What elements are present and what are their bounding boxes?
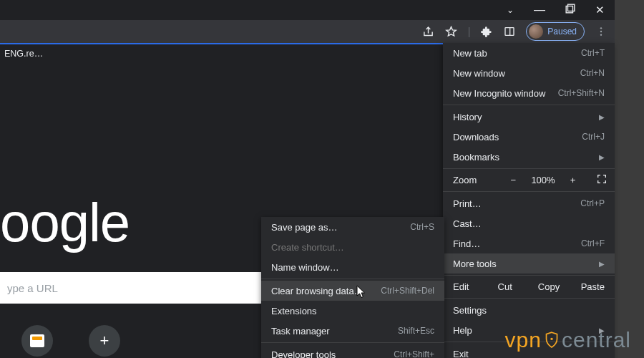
svg-point-4 bbox=[600, 27, 602, 29]
submenu-save-page[interactable]: Save page as…Ctrl+S bbox=[261, 217, 444, 237]
toolbar: | Paused bbox=[0, 20, 615, 44]
menu-new-window[interactable]: New windowCtrl+N bbox=[443, 63, 615, 83]
submenu-name-window[interactable]: Name window… bbox=[261, 257, 444, 277]
more-tools-submenu: Save page as…Ctrl+S Create shortcut… Nam… bbox=[261, 217, 444, 358]
chrome-window: ⌄ — ✕ | Paused bbox=[0, 0, 615, 358]
menu-edit-row: Edit Cut Copy Paste bbox=[443, 277, 615, 296]
window-controls-bar: ⌄ — ✕ bbox=[0, 0, 615, 20]
maximize-button[interactable] bbox=[565, 4, 575, 16]
edit-paste[interactable]: Paste bbox=[571, 277, 615, 296]
profile-badge[interactable]: Paused bbox=[526, 22, 585, 41]
submenu-create-shortcut: Create shortcut… bbox=[261, 237, 444, 257]
close-button[interactable]: ✕ bbox=[595, 4, 605, 16]
chevron-right-icon: ▶ bbox=[599, 153, 605, 161]
menu-print[interactable]: Print…Ctrl+P bbox=[443, 193, 615, 213]
submenu-task-manager[interactable]: Task managerShift+Esc bbox=[261, 321, 444, 341]
star-icon[interactable] bbox=[445, 25, 458, 38]
menu-find[interactable]: Find…Ctrl+F bbox=[443, 233, 615, 253]
zoom-out-button[interactable]: − bbox=[507, 175, 519, 185]
main-menu: New tabCtrl+T New windowCtrl+N New Incog… bbox=[443, 43, 615, 358]
menu-cast[interactable]: Cast… bbox=[443, 213, 615, 233]
side-panel-icon[interactable] bbox=[503, 25, 516, 38]
submenu-dev-tools[interactable]: Developer toolsCtrl+Shift+ bbox=[261, 344, 444, 358]
zoom-label: Zoom bbox=[450, 175, 490, 185]
menu-new-tab[interactable]: New tabCtrl+T bbox=[443, 43, 615, 63]
toolbar-separator: | bbox=[468, 26, 471, 37]
fullscreen-icon[interactable] bbox=[596, 173, 608, 187]
edit-cut[interactable]: Cut bbox=[483, 277, 527, 296]
shortcut-add[interactable]: + bbox=[89, 325, 120, 357]
submenu-extensions[interactable]: Extensions bbox=[261, 301, 444, 321]
zoom-value: 100% bbox=[531, 175, 555, 185]
menu-help[interactable]: Help▶ bbox=[443, 320, 615, 340]
svg-rect-1 bbox=[568, 4, 575, 11]
menu-new-incognito[interactable]: New Incognito windowCtrl+Shift+N bbox=[443, 83, 615, 103]
svg-rect-0 bbox=[566, 6, 572, 13]
menu-bookmarks[interactable]: Bookmarks▶ bbox=[443, 147, 615, 167]
extensions-icon[interactable] bbox=[480, 25, 493, 38]
menu-zoom-row: Zoom − 100% + bbox=[443, 170, 615, 190]
submenu-clear-browsing-data[interactable]: Clear browsing data…Ctrl+Shift+Del bbox=[261, 281, 444, 301]
chevron-right-icon: ▶ bbox=[599, 113, 605, 121]
avatar bbox=[529, 24, 543, 39]
svg-point-6 bbox=[600, 34, 602, 35]
menu-history[interactable]: History▶ bbox=[443, 107, 615, 127]
bookmark-item[interactable]: ENG.re… bbox=[4, 49, 43, 59]
chevron-right-icon: ▶ bbox=[599, 326, 605, 334]
profile-status-text: Paused bbox=[547, 26, 577, 37]
shortcut-webstore[interactable] bbox=[21, 325, 53, 357]
menu-more-tools[interactable]: More tools▶ bbox=[443, 253, 615, 274]
chevron-right-icon: ▶ bbox=[599, 260, 605, 268]
share-icon[interactable] bbox=[422, 25, 435, 38]
edit-label: Edit bbox=[443, 277, 483, 296]
kebab-menu-icon[interactable] bbox=[595, 25, 608, 38]
menu-downloads[interactable]: DownloadsCtrl+J bbox=[443, 127, 615, 147]
zoom-in-button[interactable]: + bbox=[567, 175, 580, 185]
edit-copy[interactable]: Copy bbox=[527, 277, 570, 296]
tab-search-chevron-icon[interactable]: ⌄ bbox=[507, 5, 514, 15]
google-logo: Google bbox=[0, 191, 130, 253]
mouse-cursor-icon bbox=[356, 285, 366, 299]
menu-exit[interactable]: Exit bbox=[443, 344, 615, 358]
svg-point-5 bbox=[600, 31, 602, 32]
menu-settings[interactable]: Settings bbox=[443, 300, 615, 320]
minimize-button[interactable]: — bbox=[534, 8, 545, 12]
shortcuts-row: + bbox=[21, 325, 120, 357]
